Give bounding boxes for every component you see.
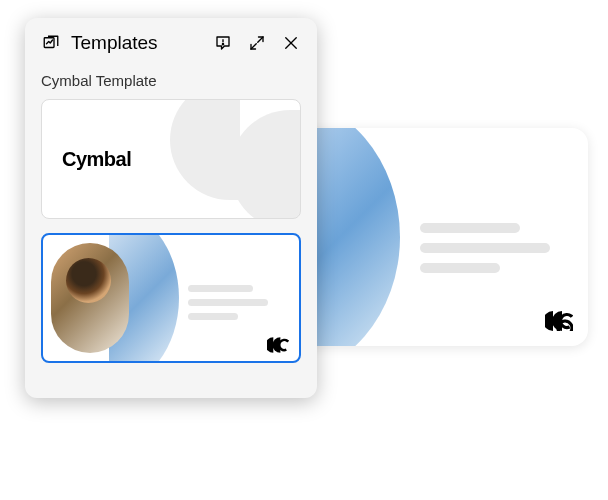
cymbal-logo-icon	[267, 337, 289, 353]
placeholder-text-block	[188, 285, 279, 327]
panel-title: Templates	[71, 32, 203, 54]
feedback-icon[interactable]	[213, 33, 233, 53]
templates-panel: Templates	[25, 18, 317, 398]
expand-icon[interactable]	[247, 33, 267, 53]
panel-header: Templates	[41, 32, 301, 54]
template-thumbnail-2[interactable]	[41, 233, 301, 363]
templates-icon	[41, 33, 61, 53]
text-placeholder-line	[188, 299, 268, 306]
decorative-shapes	[170, 100, 300, 218]
cymbal-logo-icon	[545, 311, 573, 331]
section-label: Cymbal Template	[41, 72, 301, 89]
preview-card-large	[280, 128, 588, 346]
close-icon[interactable]	[281, 33, 301, 53]
svg-line-5	[251, 44, 256, 49]
svg-point-3	[222, 44, 223, 45]
text-placeholder-line	[420, 263, 500, 273]
text-placeholder-line	[188, 285, 253, 292]
svg-line-4	[258, 37, 263, 42]
text-placeholder-line	[420, 243, 550, 253]
person-photo	[51, 243, 129, 353]
text-placeholder-line	[188, 313, 238, 320]
placeholder-text-block	[420, 223, 553, 283]
brand-wordmark: Cymbal	[62, 148, 131, 171]
template-thumbnail-1[interactable]: Cymbal	[41, 99, 301, 219]
text-placeholder-line	[420, 223, 520, 233]
